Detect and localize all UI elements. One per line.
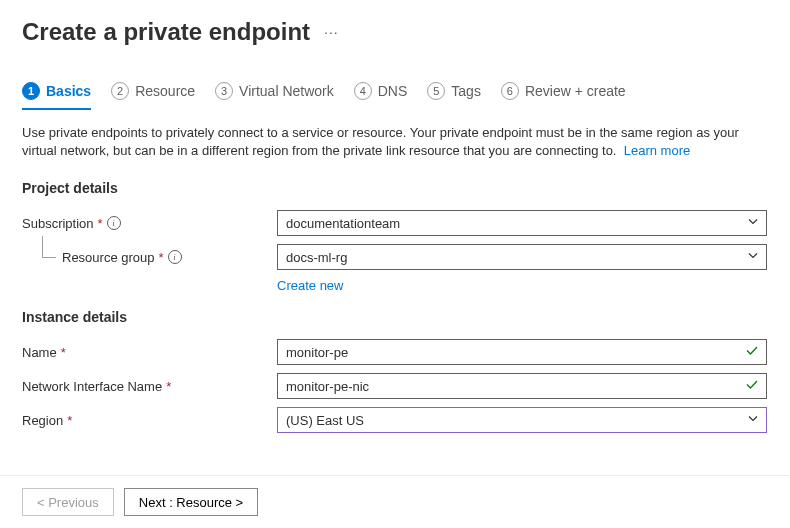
required-asterisk: * xyxy=(67,413,72,428)
tab-resource[interactable]: 2 Resource xyxy=(111,82,195,110)
info-icon[interactable]: i xyxy=(168,250,182,264)
learn-more-link[interactable]: Learn more xyxy=(624,143,690,158)
name-label: Name * xyxy=(22,345,277,360)
nic-name-input[interactable] xyxy=(277,373,767,399)
tab-review-create[interactable]: 6 Review + create xyxy=(501,82,626,110)
name-input[interactable] xyxy=(277,339,767,365)
section-instance-details: Instance details xyxy=(0,295,790,335)
next-button[interactable]: Next : Resource > xyxy=(124,488,258,516)
wizard-tabs: 1 Basics 2 Resource 3 Virtual Network 4 … xyxy=(0,54,790,110)
tab-tags[interactable]: 5 Tags xyxy=(427,82,481,110)
tab-number: 6 xyxy=(501,82,519,100)
section-project-details: Project details xyxy=(0,166,790,206)
info-icon[interactable]: i xyxy=(107,216,121,230)
tab-number: 1 xyxy=(22,82,40,100)
wizard-footer: < Previous Next : Resource > xyxy=(0,475,790,528)
page-title: Create a private endpoint xyxy=(22,18,310,46)
more-actions-icon[interactable]: ··· xyxy=(324,24,339,40)
subscription-select[interactable] xyxy=(277,210,767,236)
tab-number: 2 xyxy=(111,82,129,100)
required-asterisk: * xyxy=(61,345,66,360)
tab-label: Resource xyxy=(135,83,195,99)
required-asterisk: * xyxy=(98,216,103,231)
tab-label: Tags xyxy=(451,83,481,99)
region-label: Region * xyxy=(22,413,277,428)
tab-description: Use private endpoints to privately conne… xyxy=(0,110,790,166)
resource-group-select[interactable] xyxy=(277,244,767,270)
tab-label: Review + create xyxy=(525,83,626,99)
required-asterisk: * xyxy=(166,379,171,394)
nic-name-label: Network Interface Name * xyxy=(22,379,277,394)
tab-basics[interactable]: 1 Basics xyxy=(22,82,91,110)
tab-dns[interactable]: 4 DNS xyxy=(354,82,408,110)
resource-group-label: Resource group * i xyxy=(22,250,277,265)
tab-virtual-network[interactable]: 3 Virtual Network xyxy=(215,82,334,110)
previous-button: < Previous xyxy=(22,488,114,516)
region-select[interactable] xyxy=(277,407,767,433)
tab-label: DNS xyxy=(378,83,408,99)
tab-label: Virtual Network xyxy=(239,83,334,99)
tree-indent-line xyxy=(42,236,56,258)
tab-number: 5 xyxy=(427,82,445,100)
tab-label: Basics xyxy=(46,83,91,99)
create-new-link[interactable]: Create new xyxy=(277,278,343,293)
required-asterisk: * xyxy=(159,250,164,265)
tab-number: 4 xyxy=(354,82,372,100)
subscription-label: Subscription * i xyxy=(22,216,277,231)
tab-number: 3 xyxy=(215,82,233,100)
